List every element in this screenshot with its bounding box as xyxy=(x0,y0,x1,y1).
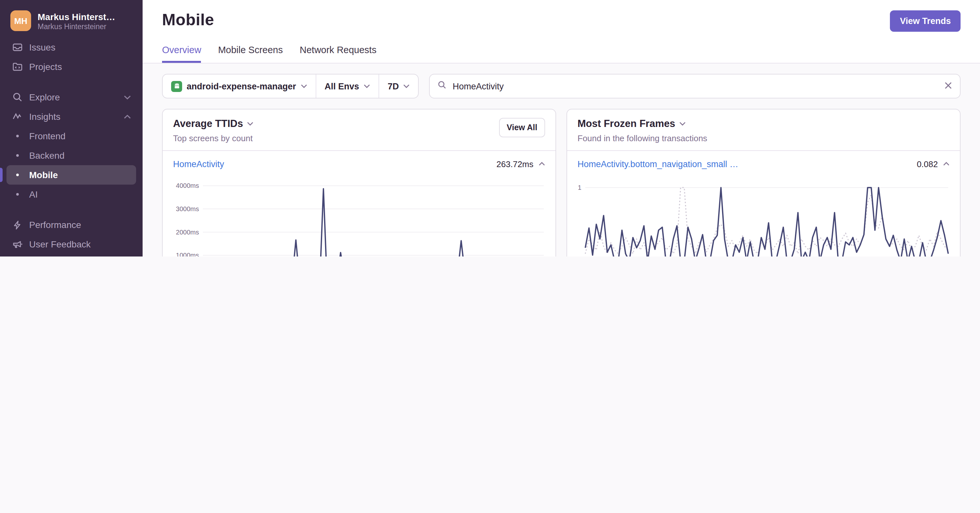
chevron-down-icon xyxy=(679,122,686,125)
avg-ttids-title-dropdown[interactable]: Average TTIDs xyxy=(173,118,253,130)
svg-text:1: 1 xyxy=(578,184,581,191)
svg-text:4000ms: 4000ms xyxy=(176,182,199,189)
bullet-icon xyxy=(16,135,19,137)
sidebar-item-label: Frontend xyxy=(29,131,65,141)
page-header: Mobile View Trends Overview Mobile Scree… xyxy=(143,0,980,64)
ttid-accordion-row: HomeActivity 263.72ms xyxy=(163,151,555,177)
app-root: MH Markus Hinterst… Markus Hintersteiner… xyxy=(0,0,980,256)
environment-filter-value: All Envs xyxy=(325,81,360,91)
sidebar-item-issues[interactable]: Issues xyxy=(6,38,136,57)
user-org: Markus Hintersteiner xyxy=(38,22,115,30)
explore-search-icon xyxy=(12,92,23,103)
page-title: Mobile xyxy=(162,10,214,29)
svg-text:1000ms: 1000ms xyxy=(176,252,199,256)
bullet-icon xyxy=(16,154,19,157)
sidebar-item-label: Explore xyxy=(29,92,60,102)
project-filter[interactable]: android-expense-manager xyxy=(163,75,316,98)
sidebar-item-label: User Feedback xyxy=(29,239,91,249)
sidebar-item-label: Performance xyxy=(29,219,81,230)
sidebar-item-backend[interactable]: Backend xyxy=(6,146,136,165)
bullet-icon xyxy=(16,193,19,195)
sidebar-nav: Issues Projects Explore xyxy=(6,38,136,256)
date-range-filter-value: 7D xyxy=(388,81,399,91)
avatar: MH xyxy=(10,10,31,31)
sidebar-item-mobile[interactable]: Mobile xyxy=(6,165,136,184)
page-filters: android-expense-manager All Envs 7D xyxy=(162,74,419,98)
clear-search-icon[interactable] xyxy=(944,80,952,92)
sidebar-item-label: Backend xyxy=(29,150,65,160)
org-user-switcher[interactable]: MH Markus Hinterst… Markus Hintersteiner xyxy=(6,8,136,38)
chevron-down-icon xyxy=(404,84,410,88)
sidebar-item-crons[interactable]: Crons xyxy=(6,254,136,256)
insights-icon xyxy=(12,111,23,122)
performance-lightning-icon xyxy=(12,219,23,230)
svg-text:3000ms: 3000ms xyxy=(176,205,199,213)
frozen-rate-value: 0.082 xyxy=(917,159,938,169)
chevron-down-icon xyxy=(301,84,307,88)
projects-icon xyxy=(12,61,23,72)
view-all-button[interactable]: View All xyxy=(499,118,546,137)
sidebar-item-label: Issues xyxy=(29,42,56,52)
avg-ttid-chart: 01000ms2000ms3000ms4000ms xyxy=(167,177,545,256)
frozen-frames-subtitle: Found in the following transactions xyxy=(578,133,707,143)
megaphone-icon xyxy=(12,239,23,250)
sidebar-item-label: Insights xyxy=(29,111,60,122)
avg-ttids-card: Average TTIDs Top screens by count View … xyxy=(162,109,556,256)
sidebar-item-label: Mobile xyxy=(29,170,58,180)
sidebar-item-user-feedback[interactable]: User Feedback xyxy=(6,235,136,254)
sidebar-item-label: AI xyxy=(29,189,38,200)
tab-mobile-screens[interactable]: Mobile Screens xyxy=(218,45,283,63)
chevron-up-icon xyxy=(124,114,131,119)
search-icon xyxy=(438,80,447,92)
tab-overview[interactable]: Overview xyxy=(162,45,201,63)
sidebar-item-label: Projects xyxy=(29,62,62,72)
page-body: android-expense-manager All Envs 7D xyxy=(143,64,980,256)
search-bar xyxy=(430,74,961,98)
sidebar: MH Markus Hinterst… Markus Hintersteiner… xyxy=(0,0,143,256)
main-content: Mobile View Trends Overview Mobile Scree… xyxy=(143,0,980,256)
sidebar-item-projects[interactable]: Projects xyxy=(6,57,136,76)
filter-bar: android-expense-manager All Envs 7D xyxy=(162,74,961,98)
avg-ttids-subtitle: Top screens by count xyxy=(173,133,253,143)
frozen-frames-card: Most Frozen Frames Found in the followin… xyxy=(566,109,961,256)
user-name: Markus Hinterst… xyxy=(38,11,115,22)
svg-text:2000ms: 2000ms xyxy=(176,229,199,236)
chevron-down-icon xyxy=(364,84,370,88)
chevron-up-icon[interactable] xyxy=(539,162,545,166)
frozen-accordion-row: HomeActivity.bottom_navigation_small … 0… xyxy=(567,151,960,177)
chevron-up-icon[interactable] xyxy=(943,162,950,166)
chevron-down-icon xyxy=(124,95,131,99)
project-filter-value: android-expense-manager xyxy=(187,81,296,91)
bullet-icon xyxy=(16,173,19,176)
android-platform-icon xyxy=(171,81,182,92)
frozen-frames-title-dropdown[interactable]: Most Frozen Frames xyxy=(578,118,707,130)
frozen-transaction-link[interactable]: HomeActivity.bottom_navigation_small … xyxy=(578,159,738,169)
chevron-down-icon xyxy=(247,122,253,125)
tab-bar: Overview Mobile Screens Network Requests xyxy=(162,45,961,63)
sidebar-item-ai[interactable]: AI xyxy=(6,184,136,204)
frozen-frames-chart: 01 xyxy=(571,177,950,256)
tab-network-requests[interactable]: Network Requests xyxy=(300,45,377,63)
date-range-filter[interactable]: 7D xyxy=(379,75,418,98)
ttid-screen-link[interactable]: HomeActivity xyxy=(173,159,224,169)
environment-filter[interactable]: All Envs xyxy=(316,75,379,98)
sidebar-item-insights[interactable]: Insights xyxy=(6,107,136,126)
view-trends-button[interactable]: View Trends xyxy=(890,10,961,32)
sidebar-item-explore[interactable]: Explore xyxy=(6,87,136,107)
sidebar-item-performance[interactable]: Performance xyxy=(6,215,136,235)
ttid-value: 263.72ms xyxy=(496,159,533,169)
issues-icon xyxy=(12,42,23,53)
search-input[interactable] xyxy=(453,81,939,91)
sidebar-item-frontend[interactable]: Frontend xyxy=(6,126,136,146)
